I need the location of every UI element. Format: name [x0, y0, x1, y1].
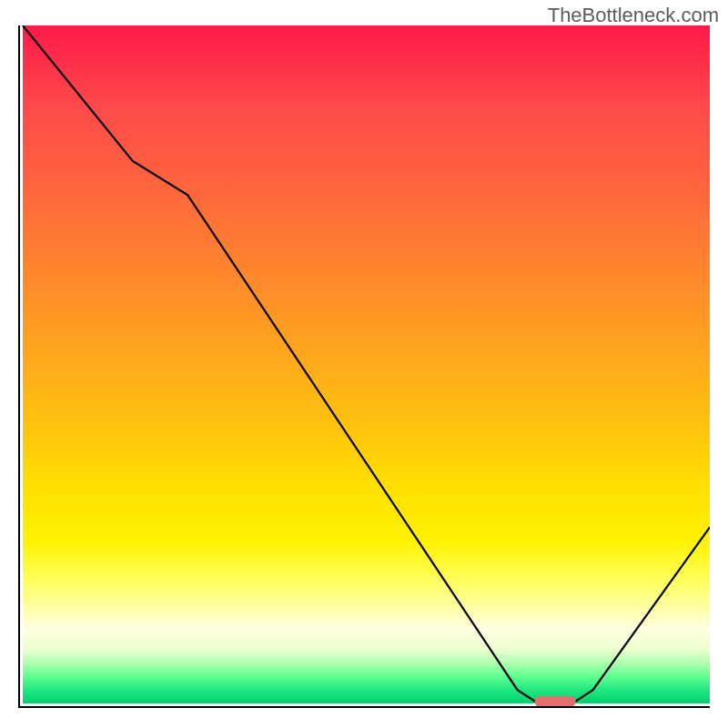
gradient-background: [23, 25, 710, 703]
plot-area: [18, 25, 710, 708]
chart-container: TheBottleneck.com: [0, 0, 728, 728]
watermark-text: TheBottleneck.com: [548, 4, 719, 27]
